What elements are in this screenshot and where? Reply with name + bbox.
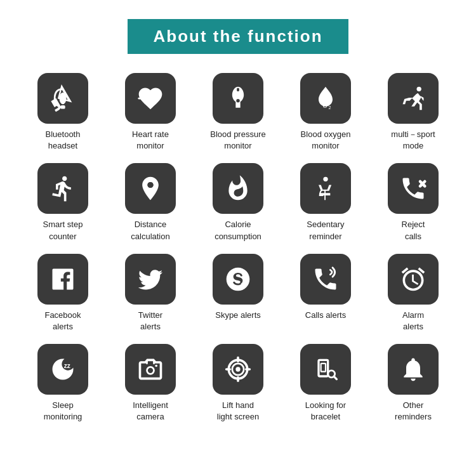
grid-item-calls-alerts: Calls alerts: [288, 254, 364, 332]
icon-box-blood-pressure-monitor: [213, 73, 263, 124]
grid-item-facebook-alerts: Facebookalerts: [25, 254, 101, 332]
label-heart-rate-monitor: Heart ratemonitor: [132, 129, 169, 152]
svg-text:2: 2: [329, 105, 331, 110]
svg-text:O: O: [322, 103, 327, 109]
features-grid: Bluetoothheadset Heart ratemonitor Blood…: [25, 73, 451, 423]
reject-calls-icon: [399, 174, 427, 202]
svg-rect-22: [321, 364, 326, 372]
grid-item-intelligent-camera: Intelligentcamera: [112, 344, 188, 423]
label-multi-sport-mode: multi－sportmode: [391, 129, 435, 152]
icon-box-twitter-alerts: [125, 254, 176, 305]
grid-item-reject-calls: Rejectcalls: [375, 163, 451, 242]
label-smart-step-counter: Smart stepcounter: [43, 219, 83, 242]
icon-box-reject-calls: [388, 163, 439, 214]
label-blood-pressure-monitor: Blood pressuremonitor: [210, 129, 265, 152]
grid-item-skype-alerts: Skype alerts: [200, 254, 276, 332]
twitter-icon: [136, 265, 164, 293]
icon-box-calorie-consumption: [213, 163, 263, 214]
icon-box-calls-alerts: [300, 254, 351, 305]
icon-box-alarm-alerts: [388, 254, 439, 305]
icon-box-sedentary-reminder: [300, 163, 351, 214]
svg-point-7: [147, 182, 153, 188]
label-twitter-alerts: Twitteralerts: [138, 310, 162, 332]
grid-item-blood-oxygen-monitor: O 2 Blood oxygenmonitor: [288, 73, 364, 152]
distance-icon: [136, 174, 164, 202]
icon-box-other-reminders: [388, 344, 439, 395]
bluetooth-headset-icon: [49, 84, 77, 112]
grid-item-twitter-alerts: Twitteralerts: [112, 254, 188, 332]
label-skype-alerts: Skype alerts: [215, 310, 261, 321]
label-intelligent-camera: Intelligentcamera: [133, 400, 168, 423]
grid-item-looking-for-bracelet: Looking forbracelet: [288, 344, 364, 423]
label-sedentary-reminder: Sedentaryreminder: [307, 219, 344, 242]
icon-box-heart-rate-monitor: [125, 73, 176, 124]
svg-point-0: [60, 93, 67, 104]
step-counter-icon: [49, 174, 77, 202]
bell-icon: [399, 355, 427, 383]
heart-rate-icon: [136, 84, 164, 112]
blood-pressure-icon: [224, 84, 252, 112]
page-title: About the function: [153, 27, 322, 46]
grid-item-multi-sport-mode: multi－sportmode: [375, 73, 451, 152]
icon-box-multi-sport-mode: [388, 73, 439, 124]
svg-point-6: [417, 87, 421, 91]
label-other-reminders: Otherreminders: [395, 400, 432, 423]
lift-hand-icon: [224, 355, 252, 383]
multi-sport-icon: [399, 84, 427, 112]
skype-icon: [224, 265, 252, 293]
sedentary-icon: [312, 174, 340, 202]
label-reject-calls: Rejectcalls: [402, 219, 425, 242]
calorie-icon: [224, 174, 252, 202]
icon-box-looking-for-bracelet: [300, 344, 351, 395]
svg-point-16: [235, 367, 240, 371]
label-alarm-alerts: Alarmalerts: [402, 310, 424, 332]
label-sleep-monitoring: Sleepmonitoring: [44, 400, 83, 423]
page-title-wrapper: About the function: [128, 19, 348, 54]
sleep-icon: zz: [49, 355, 77, 383]
svg-point-3: [236, 99, 240, 103]
looking-bracelet-icon: [312, 355, 340, 383]
calls-alerts-icon: [312, 265, 340, 293]
grid-item-calorie-consumption: Calorieconsumption: [200, 163, 276, 242]
icon-box-facebook-alerts: [37, 254, 88, 305]
label-calorie-consumption: Calorieconsumption: [215, 219, 261, 242]
svg-rect-1: [60, 105, 65, 109]
grid-item-alarm-alerts: Alarmalerts: [375, 254, 451, 332]
svg-point-8: [323, 177, 327, 181]
grid-item-lift-hand-light-screen: Lift handlight screen: [200, 344, 276, 423]
grid-item-smart-step-counter: Smart stepcounter: [25, 163, 101, 242]
svg-rect-2: [237, 88, 239, 92]
grid-item-distance-calculation: Distancecalculation: [112, 163, 188, 242]
camera-icon: [136, 355, 164, 383]
label-blood-oxygen-monitor: Blood oxygenmonitor: [301, 129, 351, 152]
icon-box-intelligent-camera: [125, 344, 176, 395]
icon-box-lift-hand-light-screen: [213, 344, 263, 395]
label-bluetooth-headset: Bluetoothheadset: [46, 129, 81, 152]
grid-item-sedentary-reminder: Sedentaryreminder: [288, 163, 364, 242]
svg-line-24: [334, 376, 336, 379]
grid-item-blood-pressure-monitor: Blood pressuremonitor: [200, 73, 276, 152]
label-lift-hand-light-screen: Lift handlight screen: [217, 400, 259, 423]
alarm-icon: [399, 265, 427, 293]
icon-box-sleep-monitoring: zz: [37, 344, 88, 395]
icon-box-distance-calculation: [125, 163, 176, 214]
label-looking-for-bracelet: Looking forbracelet: [305, 400, 346, 423]
blood-oxygen-icon: O 2: [312, 84, 340, 112]
label-calls-alerts: Calls alerts: [305, 310, 346, 321]
grid-item-bluetooth-headset: Bluetoothheadset: [25, 73, 101, 152]
icon-box-bluetooth-headset: [37, 73, 88, 124]
icon-box-blood-oxygen-monitor: O 2: [300, 73, 351, 124]
label-distance-calculation: Distancecalculation: [131, 219, 169, 242]
svg-point-12: [147, 367, 154, 374]
label-facebook-alerts: Facebookalerts: [44, 310, 81, 332]
icon-box-skype-alerts: [213, 254, 263, 305]
icon-box-smart-step-counter: [37, 163, 88, 214]
svg-point-13: [155, 365, 157, 367]
svg-text:zz: zz: [64, 362, 70, 369]
grid-item-other-reminders: Otherreminders: [375, 344, 451, 423]
grid-item-sleep-monitoring: zz Sleepmonitoring: [25, 344, 101, 423]
facebook-icon: [49, 265, 77, 293]
svg-rect-21: [319, 360, 328, 376]
grid-item-heart-rate-monitor: Heart ratemonitor: [112, 73, 188, 152]
